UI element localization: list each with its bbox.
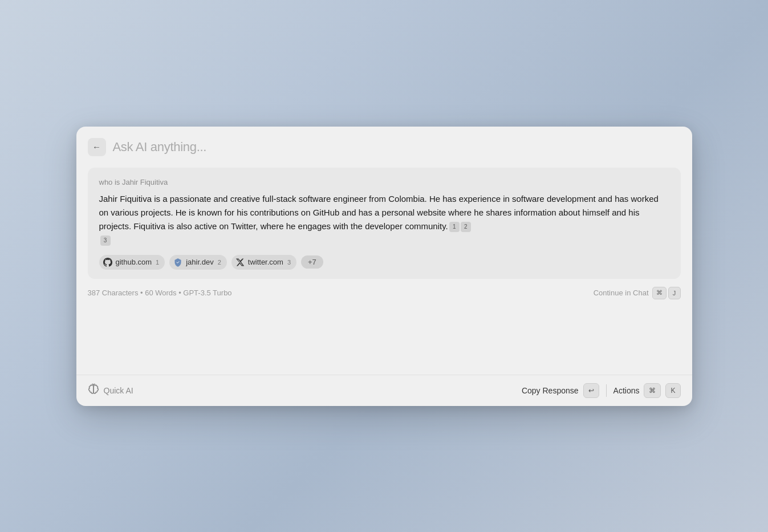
footer-right: Copy Response ↩ Actions ⌘ K	[522, 383, 681, 398]
content-spacer	[76, 306, 692, 375]
quick-ai-label: Quick AI	[104, 386, 133, 395]
twitter-num: 3	[287, 259, 291, 266]
github-label: github.com	[116, 258, 152, 266]
back-button[interactable]: ←	[88, 138, 106, 156]
stats-text: 387 Characters • 60 Words • GPT-3.5 Turb…	[88, 289, 232, 297]
j-key: J	[668, 287, 681, 299]
search-placeholder: Ask AI anything...	[113, 140, 207, 155]
source-twitter[interactable]: twitter.com 3	[231, 255, 296, 270]
github-icon	[103, 257, 113, 267]
jahirdev-label: jahir.dev	[186, 258, 213, 266]
more-label: +7	[308, 258, 316, 266]
actions-k-key[interactable]: K	[665, 383, 680, 398]
main-panel: ← Ask AI anything... who is Jahir Fiquit…	[76, 127, 692, 406]
stats-row: 387 Characters • 60 Words • GPT-3.5 Turb…	[76, 280, 692, 306]
sources-row: github.com 1 jahir.dev 2	[99, 255, 669, 270]
twitter-label: twitter.com	[248, 258, 283, 266]
answer-text: Jahir Fiquitiva is a passionate and crea…	[99, 192, 669, 247]
query-label: who is Jahir Fiquitiva	[99, 178, 669, 186]
actions-button[interactable]: Actions	[613, 386, 640, 395]
kbd-group: ⌘ J	[652, 287, 681, 299]
github-num: 1	[156, 259, 159, 266]
source-jahirdev[interactable]: jahir.dev 2	[169, 255, 227, 270]
citation-1: 1	[449, 222, 460, 232]
copy-response-button[interactable]: Copy Response	[522, 386, 579, 395]
continue-label: Continue in Chat	[594, 289, 649, 297]
header: ← Ask AI anything...	[76, 127, 692, 165]
citation-3: 3	[100, 235, 111, 246]
actions-cmd-key[interactable]: ⌘	[644, 383, 661, 398]
citation-2: 2	[461, 222, 471, 232]
quick-ai-icon	[88, 383, 99, 397]
jahirdev-num: 2	[218, 259, 221, 266]
shield-icon	[173, 257, 183, 267]
source-github[interactable]: github.com 1	[99, 255, 165, 270]
continue-chat[interactable]: Continue in Chat ⌘ J	[594, 287, 681, 299]
twitter-x-icon	[235, 257, 245, 267]
back-arrow-icon: ←	[92, 143, 101, 151]
more-sources[interactable]: +7	[301, 255, 323, 269]
footer: Quick AI Copy Response ↩ Actions ⌘ K	[76, 375, 692, 406]
quick-ai[interactable]: Quick AI	[88, 383, 133, 397]
enter-key[interactable]: ↩	[583, 383, 599, 398]
result-card: who is Jahir Fiquitiva Jahir Fiquitiva i…	[88, 168, 681, 279]
cmd-key: ⌘	[652, 287, 667, 299]
footer-divider	[606, 384, 607, 397]
